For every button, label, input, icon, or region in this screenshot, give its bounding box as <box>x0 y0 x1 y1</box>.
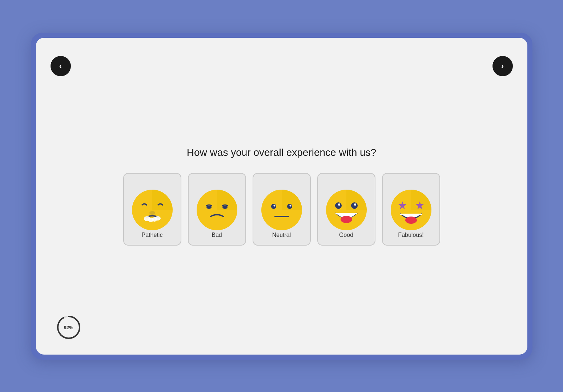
svg-point-19 <box>354 203 356 206</box>
svg-point-16 <box>335 202 342 209</box>
option-neutral[interactable]: Neutral <box>253 173 311 246</box>
svg-rect-25 <box>400 214 422 215</box>
svg-point-13 <box>289 205 291 206</box>
progress-text: 92% <box>64 324 73 330</box>
option-fabulous[interactable]: Fabulous! <box>382 173 440 246</box>
neutral-label: Neutral <box>272 232 291 238</box>
good-label: Good <box>339 232 353 238</box>
outer-frame: ‹ › How was your overall experience with… <box>31 33 532 360</box>
prev-button[interactable]: ‹ <box>51 56 71 76</box>
neutral-emoji-icon <box>260 188 303 232</box>
pathetic-emoji-icon <box>130 188 174 232</box>
svg-point-21 <box>341 216 352 223</box>
option-good[interactable]: Good <box>317 173 375 246</box>
pathetic-label: Pathetic <box>142 232 163 238</box>
question-text: How was your overall experience with us? <box>187 147 376 158</box>
bad-emoji-icon <box>195 188 239 232</box>
fabulous-emoji-icon <box>389 188 433 232</box>
chevron-left-icon: ‹ <box>59 61 62 71</box>
good-emoji-icon <box>325 188 368 232</box>
progress-ring: 92% <box>56 315 81 340</box>
svg-point-11 <box>287 204 292 209</box>
svg-point-5 <box>155 216 161 221</box>
svg-point-26 <box>405 217 417 224</box>
svg-point-12 <box>273 205 275 206</box>
svg-point-18 <box>338 203 340 206</box>
bad-label: Bad <box>212 232 222 238</box>
option-pathetic[interactable]: Pathetic <box>123 173 181 246</box>
fabulous-label: Fabulous! <box>398 232 423 238</box>
survey-card: ‹ › How was your overall experience with… <box>36 38 527 355</box>
svg-point-1 <box>149 211 155 215</box>
chevron-right-icon: › <box>501 61 504 71</box>
next-button[interactable]: › <box>492 56 513 76</box>
emoji-options: Pathetic Bad <box>123 173 440 246</box>
svg-point-10 <box>271 204 276 209</box>
svg-point-17 <box>351 202 358 209</box>
option-bad[interactable]: Bad <box>188 173 246 246</box>
svg-rect-20 <box>335 213 357 214</box>
